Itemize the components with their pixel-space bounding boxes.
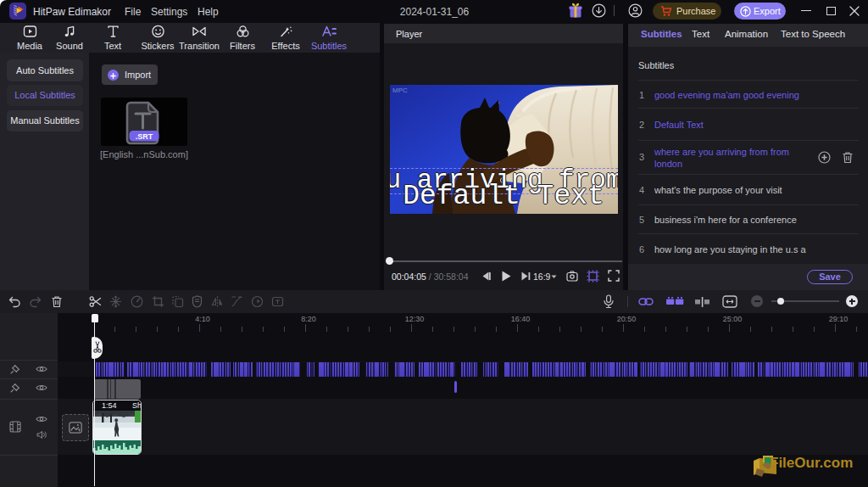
svg-text:MPC: MPC (392, 87, 408, 94)
svg-text:.SRT: .SRT (136, 132, 153, 141)
